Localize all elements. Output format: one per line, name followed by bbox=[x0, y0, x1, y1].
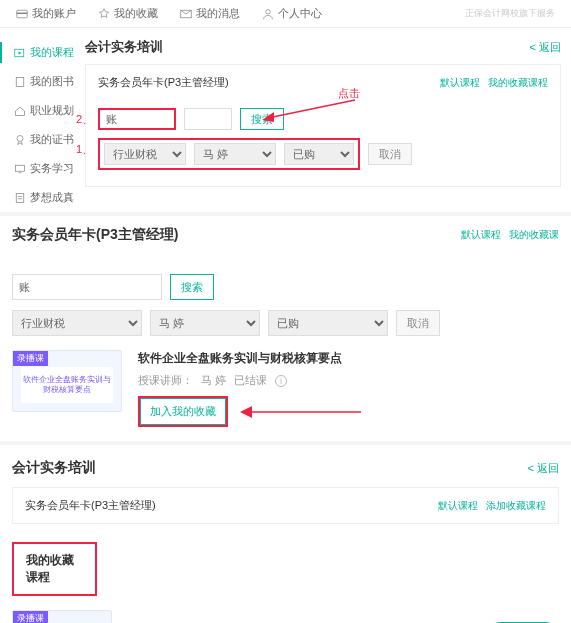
brand-note: 正保会计网校旗下服务 bbox=[465, 7, 555, 20]
tv-icon bbox=[14, 163, 26, 175]
sidebar-item-books[interactable]: 我的图书 bbox=[14, 67, 85, 96]
svg-point-6 bbox=[17, 135, 23, 141]
cancel-button[interactable]: 取消 bbox=[368, 143, 412, 165]
sidebar-item-dream[interactable]: 梦想成真 bbox=[14, 183, 85, 212]
sidebar-item-courses[interactable]: 我的课程 bbox=[14, 38, 85, 67]
panel3-heading: 会计实务培训 bbox=[12, 459, 96, 477]
course-thumbnail[interactable]: 录播课 软件企业全盘账务实训与财税核算要点 bbox=[12, 350, 122, 412]
sidebar-item-career[interactable]: 职业规划 bbox=[14, 96, 85, 125]
panel1-heading: 会计实务培训 bbox=[85, 38, 163, 56]
teacher-name: 马 婷 bbox=[201, 373, 226, 388]
top-nav: 我的账户 我的收藏 我的消息 个人中心 正保会计网校旗下服务 bbox=[0, 0, 571, 28]
topnav-item-messages[interactable]: 我的消息 bbox=[180, 6, 240, 21]
star-icon bbox=[98, 8, 110, 20]
svg-rect-5 bbox=[16, 77, 24, 86]
user-icon bbox=[262, 8, 274, 20]
sidebar-label: 我的课程 bbox=[30, 45, 74, 60]
my-favorites-heading: 我的收藏课程 bbox=[12, 542, 97, 596]
card-icon bbox=[16, 8, 28, 20]
add-favorite-button[interactable]: 加入我的收藏 bbox=[138, 396, 228, 427]
select-teacher[interactable]: 马 婷 bbox=[194, 143, 276, 165]
my-fav-course-link[interactable]: 我的收藏课 bbox=[509, 228, 559, 242]
topnav-label: 我的账户 bbox=[32, 6, 76, 21]
default-course-link[interactable]: 默认课程 bbox=[461, 228, 501, 242]
svg-point-3 bbox=[266, 9, 271, 14]
annotation-num-2: 2、 bbox=[76, 112, 93, 127]
thumb-badge: 录播课 bbox=[13, 351, 48, 366]
panel3-subtitle: 实务会员年卡(P3主管经理) bbox=[25, 498, 156, 513]
course-thumbnail[interactable]: 录播课 bbox=[12, 610, 112, 623]
thumb-badge: 录播课 bbox=[13, 611, 48, 623]
video-icon bbox=[14, 47, 26, 59]
course-ended: 已结课 bbox=[234, 373, 267, 388]
svg-rect-7 bbox=[16, 165, 25, 171]
back-link[interactable]: < 返回 bbox=[528, 461, 559, 476]
topnav-item-profile[interactable]: 个人中心 bbox=[262, 6, 322, 21]
home-icon bbox=[14, 105, 26, 117]
select-category[interactable]: 行业财税 bbox=[12, 310, 142, 336]
sidebar: 我的课程 我的图书 职业规划 我的证书 实务学习 梦想成真 bbox=[0, 28, 85, 212]
svg-rect-1 bbox=[17, 12, 28, 14]
select-category[interactable]: 行业财税 bbox=[104, 143, 186, 165]
topnav-item-account[interactable]: 我的账户 bbox=[16, 6, 76, 21]
annotation-num-1: 1、 bbox=[76, 142, 93, 157]
search-input[interactable] bbox=[98, 108, 176, 130]
sidebar-label: 职业规划 bbox=[30, 103, 74, 118]
sidebar-label: 我的证书 bbox=[30, 132, 74, 147]
cancel-button[interactable]: 取消 bbox=[396, 310, 440, 336]
topnav-item-favorites[interactable]: 我的收藏 bbox=[98, 6, 158, 21]
sidebar-label: 我的图书 bbox=[30, 74, 74, 89]
panel1-subtitle: 实务会员年卡(P3主管经理) bbox=[98, 75, 229, 90]
topnav-label: 我的收藏 bbox=[114, 6, 158, 21]
select-teacher[interactable]: 马 婷 bbox=[150, 310, 260, 336]
add-fav-course-link[interactable]: 添加收藏课程 bbox=[486, 499, 546, 513]
medal-icon bbox=[14, 134, 26, 146]
teacher-label: 授课讲师： bbox=[138, 373, 193, 388]
doc-icon bbox=[14, 192, 26, 204]
back-link[interactable]: < 返回 bbox=[530, 40, 561, 55]
svg-rect-8 bbox=[16, 193, 24, 202]
default-course-link[interactable]: 默认课程 bbox=[440, 76, 480, 90]
search-input2[interactable] bbox=[184, 108, 232, 130]
course-title: 软件企业全盘账务实训与财税核算要点 bbox=[138, 350, 342, 367]
info-icon[interactable]: i bbox=[275, 375, 287, 387]
select-status[interactable]: 已购 bbox=[268, 310, 388, 336]
annotation-click-label: 点击 bbox=[338, 86, 360, 101]
select-status[interactable]: 已购 bbox=[284, 143, 354, 165]
thumb-text: 软件企业全盘账务实训与财税核算要点 bbox=[21, 367, 113, 403]
panel2-title: 实务会员年卡(P3主管经理) bbox=[12, 226, 178, 244]
default-course-link[interactable]: 默认课程 bbox=[438, 499, 478, 513]
mail-icon bbox=[180, 8, 192, 20]
sidebar-label: 实务学习 bbox=[30, 161, 74, 176]
book-icon bbox=[14, 76, 26, 88]
sidebar-item-practice[interactable]: 实务学习 bbox=[14, 154, 85, 183]
search-button[interactable]: 搜索 bbox=[240, 108, 284, 130]
search-input[interactable] bbox=[12, 274, 162, 300]
sidebar-label: 梦想成真 bbox=[30, 190, 74, 205]
my-fav-course-link[interactable]: 我的收藏课程 bbox=[488, 76, 548, 90]
topnav-label: 个人中心 bbox=[278, 6, 322, 21]
topnav-label: 我的消息 bbox=[196, 6, 240, 21]
sidebar-item-certs[interactable]: 我的证书 bbox=[14, 125, 85, 154]
search-button[interactable]: 搜索 bbox=[170, 274, 214, 300]
